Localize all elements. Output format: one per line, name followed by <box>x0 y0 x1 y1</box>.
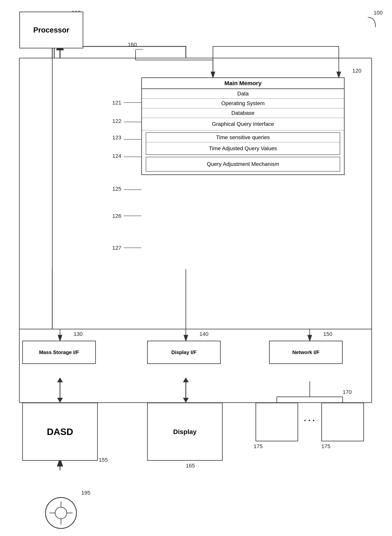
ref-125: 125 <box>112 186 121 192</box>
diagram: 100 110 Processor 160 120 Main Memory Da… <box>0 0 392 536</box>
ref-124: 124 <box>112 153 121 159</box>
ref-175a: 175 <box>254 443 263 449</box>
tsq-row: Time sensitive queries <box>146 133 340 142</box>
svg-marker-32 <box>57 398 63 403</box>
processor-box: Processor <box>19 12 83 48</box>
ref-160: 160 <box>128 42 137 48</box>
ref-170: 170 <box>343 389 352 395</box>
network-node-left <box>256 403 298 441</box>
network-node-right <box>321 403 364 441</box>
ref-175b: 175 <box>321 443 331 449</box>
svg-marker-35 <box>183 398 189 403</box>
taqv-row: Time Adjusted Query Values <box>146 142 340 154</box>
ref-155: 155 <box>99 457 108 463</box>
data-row: Data <box>142 89 344 99</box>
svg-point-42 <box>55 507 67 519</box>
ref-123: 123 <box>112 135 121 141</box>
ref-130: 130 <box>74 331 83 337</box>
main-memory-container: Main Memory Data Operating System Databa… <box>141 77 345 175</box>
svg-marker-34 <box>183 378 189 382</box>
ref-120: 120 <box>352 68 361 74</box>
gqi-row: Graphical Query Interface <box>142 118 344 131</box>
dots: · · · <box>304 416 315 425</box>
display-box: Display <box>147 403 223 461</box>
main-memory-header: Main Memory <box>142 78 344 89</box>
ref-100: 100 <box>373 10 383 16</box>
ref-140: 140 <box>199 331 209 337</box>
svg-marker-31 <box>57 378 63 382</box>
qam-row: Query Adjustment Mechanism <box>146 157 340 171</box>
ref-195: 195 <box>81 490 90 496</box>
dasd-box: DASD <box>22 403 98 461</box>
ref-126: 126 <box>112 213 121 219</box>
network-if-box: Network I/F <box>269 341 343 364</box>
ref-122: 122 <box>112 118 121 124</box>
tape-device-icon <box>42 492 80 530</box>
os-row: Operating System <box>142 99 344 108</box>
mass-storage-if-box: Mass Storage I/F <box>22 341 96 364</box>
ref-150: 150 <box>323 331 332 337</box>
ref-121: 121 <box>112 100 121 106</box>
ref-165: 165 <box>186 463 195 469</box>
database-row: Database <box>142 108 344 118</box>
ref-127: 127 <box>112 245 121 251</box>
display-if-box: Display I/F <box>147 341 221 364</box>
